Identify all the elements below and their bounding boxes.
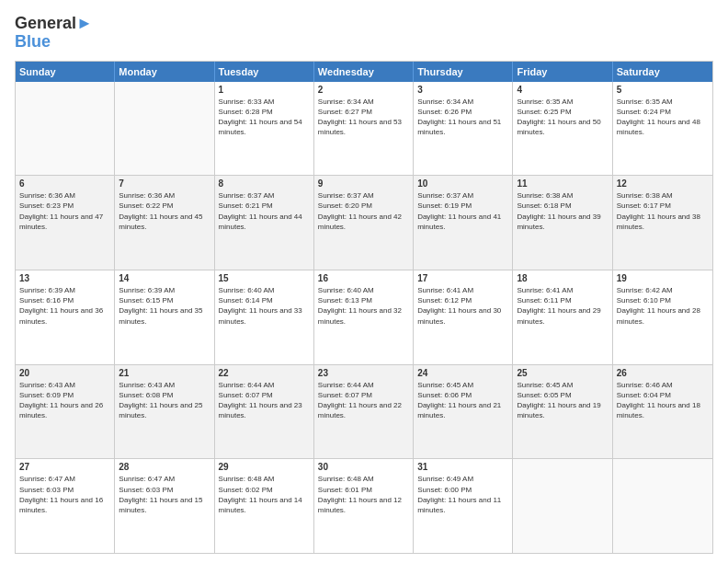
day-number: 24: [417, 368, 508, 378]
day-number: 17: [417, 273, 508, 283]
day-info: Sunrise: 6:39 AMSunset: 6:16 PMDaylight:…: [19, 285, 110, 327]
calendar-cell: 20Sunrise: 6:43 AMSunset: 6:09 PMDayligh…: [16, 365, 115, 459]
weekday-header-wednesday: Wednesday: [314, 62, 414, 82]
calendar-cell: 26Sunrise: 6:46 AMSunset: 6:04 PMDayligh…: [613, 365, 712, 459]
day-info: Sunrise: 6:34 AMSunset: 6:27 PMDaylight:…: [318, 97, 409, 138]
calendar-cell: [513, 459, 612, 553]
day-info: Sunrise: 6:37 AMSunset: 6:20 PMDaylight:…: [318, 190, 409, 232]
calendar-cell: 6Sunrise: 6:36 AMSunset: 6:23 PMDaylight…: [16, 176, 115, 270]
calendar-cell: 11Sunrise: 6:38 AMSunset: 6:18 PMDayligh…: [513, 176, 612, 270]
day-info: Sunrise: 6:44 AMSunset: 6:07 PMDaylight:…: [219, 380, 310, 421]
calendar-cell: 25Sunrise: 6:45 AMSunset: 6:05 PMDayligh…: [513, 365, 612, 459]
calendar-cell: 4Sunrise: 6:35 AMSunset: 6:25 PMDaylight…: [513, 82, 612, 176]
calendar-cell: [115, 82, 214, 176]
calendar-cell: 1Sunrise: 6:33 AMSunset: 6:28 PMDaylight…: [215, 82, 314, 176]
calendar-cell: 28Sunrise: 6:47 AMSunset: 6:03 PMDayligh…: [115, 459, 214, 553]
day-number: 13: [19, 273, 110, 283]
header: General► Blue: [15, 15, 713, 52]
day-number: 5: [617, 85, 709, 95]
day-info: Sunrise: 6:34 AMSunset: 6:26 PMDaylight:…: [417, 97, 508, 138]
calendar-cell: 2Sunrise: 6:34 AMSunset: 6:27 PMDaylight…: [314, 82, 414, 176]
day-info: Sunrise: 6:40 AMSunset: 6:13 PMDaylight:…: [318, 285, 409, 327]
weekday-header-sunday: Sunday: [16, 62, 115, 82]
calendar-cell: 3Sunrise: 6:34 AMSunset: 6:26 PMDaylight…: [414, 82, 513, 176]
day-info: Sunrise: 6:40 AMSunset: 6:14 PMDaylight:…: [219, 285, 310, 327]
calendar-body: 1Sunrise: 6:33 AMSunset: 6:28 PMDaylight…: [16, 82, 712, 553]
calendar-cell: 10Sunrise: 6:37 AMSunset: 6:19 PMDayligh…: [414, 176, 513, 270]
calendar: SundayMondayTuesdayWednesdayThursdayFrid…: [15, 61, 713, 554]
calendar-cell: 15Sunrise: 6:40 AMSunset: 6:14 PMDayligh…: [215, 270, 314, 364]
day-number: 4: [517, 85, 608, 95]
calendar-cell: 7Sunrise: 6:36 AMSunset: 6:22 PMDaylight…: [115, 176, 214, 270]
day-info: Sunrise: 6:36 AMSunset: 6:22 PMDaylight:…: [119, 190, 210, 232]
calendar-cell: 30Sunrise: 6:48 AMSunset: 6:01 PMDayligh…: [314, 459, 414, 553]
logo-triangle: ►: [76, 14, 93, 32]
day-info: Sunrise: 6:49 AMSunset: 6:00 PMDaylight:…: [417, 474, 508, 515]
day-number: 31: [417, 462, 508, 472]
calendar-cell: 9Sunrise: 6:37 AMSunset: 6:20 PMDaylight…: [314, 176, 414, 270]
day-info: Sunrise: 6:48 AMSunset: 6:02 PMDaylight:…: [219, 474, 310, 515]
day-number: 23: [318, 368, 409, 378]
day-number: 16: [318, 273, 409, 283]
day-info: Sunrise: 6:48 AMSunset: 6:01 PMDaylight:…: [318, 474, 409, 515]
weekday-header-tuesday: Tuesday: [215, 62, 314, 82]
day-info: Sunrise: 6:36 AMSunset: 6:23 PMDaylight:…: [19, 190, 110, 232]
calendar-cell: 14Sunrise: 6:39 AMSunset: 6:15 PMDayligh…: [115, 270, 214, 364]
day-number: 20: [19, 368, 110, 378]
day-info: Sunrise: 6:37 AMSunset: 6:21 PMDaylight:…: [219, 190, 310, 232]
calendar-cell: 29Sunrise: 6:48 AMSunset: 6:02 PMDayligh…: [215, 459, 314, 553]
day-info: Sunrise: 6:35 AMSunset: 6:25 PMDaylight:…: [517, 97, 608, 138]
day-info: Sunrise: 6:45 AMSunset: 6:05 PMDaylight:…: [517, 380, 608, 421]
day-number: 2: [318, 85, 409, 95]
weekday-header-friday: Friday: [513, 62, 612, 82]
day-info: Sunrise: 6:41 AMSunset: 6:12 PMDaylight:…: [417, 285, 508, 327]
calendar-cell: 13Sunrise: 6:39 AMSunset: 6:16 PMDayligh…: [16, 270, 115, 364]
day-number: 9: [318, 178, 409, 189]
day-number: 7: [119, 178, 210, 189]
page: General► Blue SundayMondayTuesdayWednesd…: [0, 0, 728, 563]
calendar-cell: 17Sunrise: 6:41 AMSunset: 6:12 PMDayligh…: [414, 270, 513, 364]
calendar-header: SundayMondayTuesdayWednesdayThursdayFrid…: [16, 62, 712, 82]
day-number: 8: [219, 178, 310, 189]
calendar-cell: [16, 82, 115, 176]
day-info: Sunrise: 6:47 AMSunset: 6:03 PMDaylight:…: [119, 474, 210, 515]
calendar-week-5: 27Sunrise: 6:47 AMSunset: 6:03 PMDayligh…: [16, 459, 712, 553]
calendar-cell: 8Sunrise: 6:37 AMSunset: 6:21 PMDaylight…: [215, 176, 314, 270]
day-info: Sunrise: 6:37 AMSunset: 6:19 PMDaylight:…: [417, 190, 508, 232]
calendar-week-4: 20Sunrise: 6:43 AMSunset: 6:09 PMDayligh…: [16, 365, 712, 460]
day-info: Sunrise: 6:43 AMSunset: 6:09 PMDaylight:…: [19, 380, 110, 421]
day-number: 19: [617, 273, 709, 283]
day-number: 11: [517, 178, 608, 189]
day-number: 22: [219, 368, 310, 378]
day-info: Sunrise: 6:43 AMSunset: 6:08 PMDaylight:…: [119, 380, 210, 421]
day-info: Sunrise: 6:47 AMSunset: 6:03 PMDaylight:…: [19, 474, 110, 515]
calendar-cell: 5Sunrise: 6:35 AMSunset: 6:24 PMDaylight…: [613, 82, 712, 176]
day-number: 27: [19, 462, 110, 472]
calendar-cell: 24Sunrise: 6:45 AMSunset: 6:06 PMDayligh…: [414, 365, 513, 459]
day-number: 6: [19, 178, 110, 189]
day-info: Sunrise: 6:45 AMSunset: 6:06 PMDaylight:…: [417, 380, 508, 421]
weekday-header-thursday: Thursday: [414, 62, 513, 82]
day-number: 29: [219, 462, 310, 472]
day-info: Sunrise: 6:39 AMSunset: 6:15 PMDaylight:…: [119, 285, 210, 327]
logo-general: General►: [15, 15, 93, 33]
day-info: Sunrise: 6:33 AMSunset: 6:28 PMDaylight:…: [219, 97, 310, 138]
day-number: 25: [517, 368, 608, 378]
calendar-cell: [613, 459, 712, 553]
day-info: Sunrise: 6:38 AMSunset: 6:17 PMDaylight:…: [617, 190, 709, 232]
logo-text: General► Blue: [15, 15, 93, 52]
day-info: Sunrise: 6:38 AMSunset: 6:18 PMDaylight:…: [517, 190, 608, 232]
weekday-header-monday: Monday: [115, 62, 214, 82]
day-info: Sunrise: 6:35 AMSunset: 6:24 PMDaylight:…: [617, 97, 709, 138]
day-number: 3: [417, 85, 508, 95]
day-number: 10: [417, 178, 508, 189]
calendar-cell: 27Sunrise: 6:47 AMSunset: 6:03 PMDayligh…: [16, 459, 115, 553]
logo: General► Blue: [15, 15, 93, 52]
calendar-cell: 31Sunrise: 6:49 AMSunset: 6:00 PMDayligh…: [414, 459, 513, 553]
day-number: 26: [617, 368, 709, 378]
calendar-cell: 23Sunrise: 6:44 AMSunset: 6:07 PMDayligh…: [314, 365, 414, 459]
day-number: 30: [318, 462, 409, 472]
calendar-cell: 16Sunrise: 6:40 AMSunset: 6:13 PMDayligh…: [314, 270, 414, 364]
day-number: 15: [219, 273, 310, 283]
calendar-week-2: 6Sunrise: 6:36 AMSunset: 6:23 PMDaylight…: [16, 176, 712, 270]
